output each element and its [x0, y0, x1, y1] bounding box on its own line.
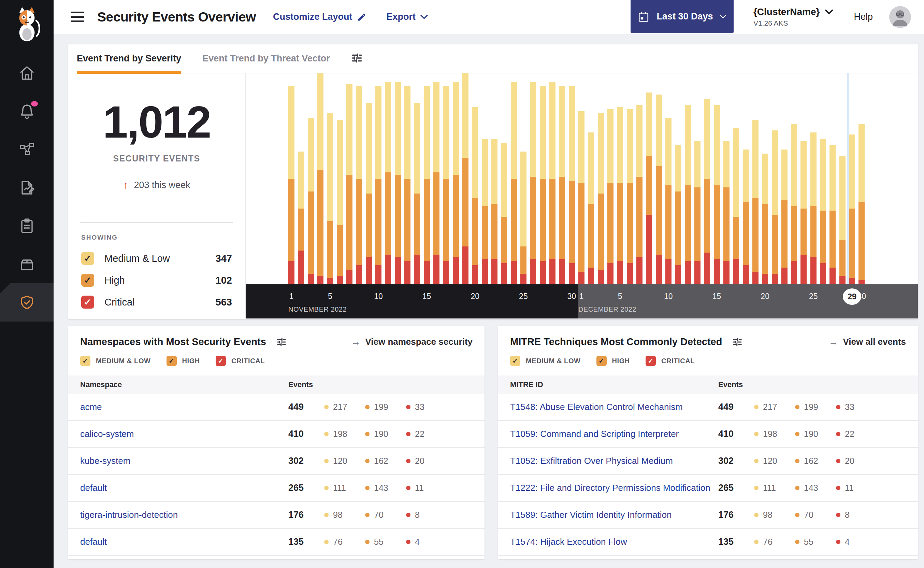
stacked-bar-day-18[interactable] [453, 82, 459, 284]
stacked-bar-day-34[interactable] [607, 109, 613, 284]
stacked-bar-day-54[interactable] [800, 141, 806, 284]
mitre-id-link[interactable]: T1222: File and Directory Permissions Mo… [510, 483, 718, 493]
high-checkbox[interactable]: ✓ [81, 274, 94, 287]
stacked-bar-day-12[interactable] [395, 82, 401, 284]
severity-filter-medium_low[interactable]: ✓Medium & Low347 [68, 248, 245, 269]
stacked-bar-day-2[interactable] [298, 151, 304, 284]
stacked-bar-day-29[interactable] [559, 86, 565, 284]
severity-filter-critical[interactable]: ✓Critical563 [68, 291, 245, 313]
mitre-id-link[interactable]: T1574: Hijack Execution Flow [510, 536, 718, 547]
stacked-bar-day-52[interactable] [781, 150, 787, 285]
severity-chip-medium_low[interactable]: ✓MEDIUM & LOW [510, 356, 581, 366]
severity-chip-critical[interactable]: ✓CRITICAL [216, 356, 265, 366]
severity-chip-medium_low[interactable]: ✓MEDIUM & LOW [80, 356, 151, 366]
namespace-link[interactable]: default [80, 483, 288, 493]
stacked-bar-day-60[interactable] [859, 124, 865, 284]
stacked-bar-day-43[interactable] [694, 141, 701, 284]
stacked-bar-day-39[interactable] [656, 95, 662, 284]
stacked-bar-day-45[interactable] [714, 105, 720, 284]
stacked-bar-day-24[interactable] [511, 82, 517, 284]
critical-checkbox[interactable]: ✓ [645, 356, 656, 366]
mitre-id-link[interactable]: T1052: Exfiltration Over Physical Medium [510, 456, 718, 466]
stacked-bar-day-38[interactable] [646, 92, 652, 284]
stacked-bar-day-51[interactable] [772, 130, 778, 284]
calico-cat-logo[interactable] [0, 0, 54, 48]
critical-checkbox[interactable]: ✓ [81, 296, 94, 308]
stacked-bar-day-7[interactable] [346, 84, 353, 284]
stacked-bar-day-35[interactable] [617, 107, 623, 284]
sidebar-item-alerts[interactable] [0, 92, 54, 130]
stacked-bar-day-58[interactable] [840, 156, 846, 284]
stacked-bar-day-8[interactable] [356, 86, 362, 284]
view-all-events-link[interactable]: → View all events [829, 337, 906, 347]
stacked-bar-day-41[interactable] [675, 145, 681, 284]
severity-filter-high[interactable]: ✓High102 [68, 269, 245, 291]
medium_low-checkbox[interactable]: ✓ [510, 356, 520, 366]
mitre-id-link[interactable]: T1059: Command and Scripting Interpreter [510, 429, 718, 439]
stacked-bar-day-14[interactable] [414, 103, 420, 284]
stacked-bar-day-4[interactable] [317, 73, 324, 284]
medium_low-checkbox[interactable]: ✓ [80, 356, 90, 366]
stacked-bar-day-47[interactable] [733, 128, 739, 284]
view-namespace-security-link[interactable]: → View namespace security [351, 337, 473, 347]
critical-checkbox[interactable]: ✓ [216, 356, 226, 366]
stacked-bar-day-26[interactable] [530, 82, 536, 284]
stacked-bar-day-13[interactable] [404, 86, 410, 284]
stacked-bar-day-37[interactable] [636, 105, 642, 284]
stacked-bar-day-19[interactable] [462, 73, 469, 284]
stacked-bar-day-9[interactable] [366, 103, 372, 284]
stacked-bar-day-50[interactable] [762, 154, 768, 284]
sidebar-item-threat-defense[interactable] [0, 283, 54, 322]
stacked-bar-day-22[interactable] [491, 139, 497, 284]
mitre-id-link[interactable]: T1589: Gather Victim Identity Informatio… [510, 510, 718, 520]
stacked-bar-day-46[interactable] [724, 141, 730, 284]
stacked-bar-day-32[interactable] [588, 133, 594, 284]
mitre-id-link[interactable]: T1548: Abuse Elevation Control Mechanism [510, 402, 718, 412]
stacked-bar-day-36[interactable] [627, 109, 633, 284]
stacked-bar-day-48[interactable] [743, 150, 749, 285]
stacked-bar-day-15[interactable] [424, 86, 430, 284]
stacked-bar-day-40[interactable] [665, 118, 671, 284]
stacked-bar-day-10[interactable] [375, 86, 381, 284]
stacked-bar-day-11[interactable] [385, 82, 391, 284]
stacked-bar-day-23[interactable] [501, 143, 507, 284]
stacked-bar-day-33[interactable] [598, 113, 604, 284]
user-avatar[interactable] [889, 6, 911, 28]
stacked-bar-day-49[interactable] [752, 120, 758, 284]
current-day-badge[interactable]: 29 [843, 289, 861, 305]
namespace-link[interactable]: kube-system [80, 456, 288, 466]
export-button[interactable]: Export [386, 12, 428, 22]
stacked-bar-day-27[interactable] [540, 86, 546, 284]
mitre-filter-button[interactable] [732, 337, 743, 347]
stacked-bar-day-42[interactable] [685, 105, 691, 284]
stacked-bar-day-25[interactable] [520, 151, 526, 284]
stacked-bar-day-1[interactable] [288, 86, 294, 284]
stacked-bar-day-31[interactable] [578, 111, 585, 284]
namespace-link[interactable]: acme [80, 402, 288, 412]
sidebar-item-service-graph[interactable] [0, 130, 54, 169]
stacked-bar-day-3[interactable] [308, 118, 314, 284]
severity-chip-high[interactable]: ✓HIGH [597, 356, 630, 366]
high-checkbox[interactable]: ✓ [597, 356, 607, 366]
severity-chip-critical[interactable]: ✓CRITICAL [645, 356, 695, 366]
stacked-bar-day-55[interactable] [810, 133, 817, 284]
high-checkbox[interactable]: ✓ [166, 356, 177, 366]
stacked-bar-day-21[interactable] [482, 139, 488, 284]
sidebar-item-inventory[interactable] [0, 245, 54, 283]
tab-event-trend-by-threat-vector[interactable]: Event Trend by Threat Vector [202, 44, 330, 73]
stacked-bar-day-57[interactable] [829, 145, 836, 284]
stacked-bar-day-56[interactable] [820, 139, 826, 284]
axis-band-december[interactable] [578, 284, 918, 319]
date-range-button[interactable]: Last 30 Days [630, 0, 734, 33]
stacked-bar-day-53[interactable] [791, 124, 797, 284]
namespaces-filter-button[interactable] [276, 337, 286, 347]
menu-toggle-button[interactable] [71, 12, 84, 22]
stacked-bar-day-28[interactable] [549, 82, 556, 284]
stacked-bar-day-17[interactable] [443, 86, 449, 284]
medium_low-checkbox[interactable]: ✓ [81, 252, 94, 265]
stacked-bar-day-30[interactable] [569, 86, 575, 284]
sidebar-item-home[interactable] [0, 54, 54, 92]
sidebar-item-reports[interactable] [0, 169, 54, 207]
stacked-bar-day-16[interactable] [433, 82, 440, 284]
severity-chip-high[interactable]: ✓HIGH [166, 356, 200, 366]
